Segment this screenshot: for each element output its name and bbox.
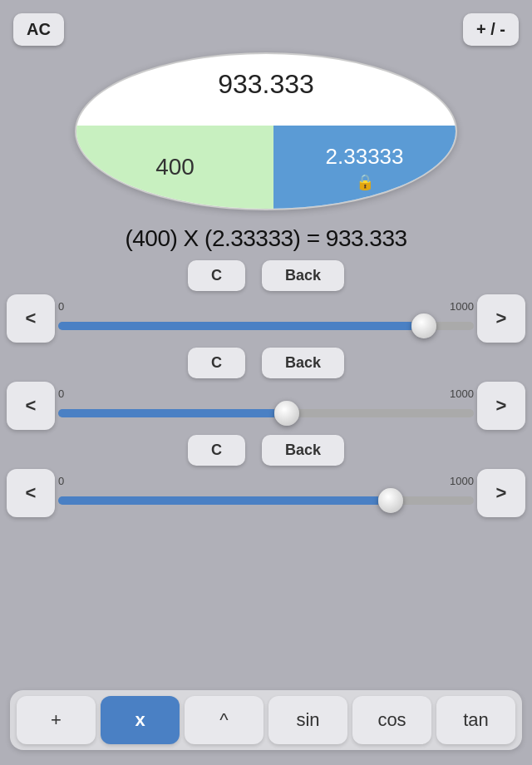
slider-2-row: < 0 1000 > <box>0 382 532 430</box>
right-value: 2.33333 <box>326 144 404 170</box>
ac-button[interactable]: AC <box>13 13 64 46</box>
oval: 933.333 400 2.33333 🔒 <box>75 52 457 210</box>
equation-display: (400) X (2.33333) = 933.333 <box>13 225 519 252</box>
slider-3-fill <box>58 496 378 505</box>
slider-2-left-arrow[interactable]: < <box>7 382 55 430</box>
slider-2-thumb[interactable] <box>274 401 299 426</box>
oval-display: 933.333 400 2.33333 🔒 <box>0 52 532 210</box>
slider-group-2: C Back < 0 1000 > <box>0 348 532 430</box>
slider-2-back-button[interactable]: Back <box>262 348 344 378</box>
slider-2-labels: 0 1000 <box>58 387 474 400</box>
op-button-sin[interactable]: sin <box>268 696 347 744</box>
op-button-x[interactable]: x <box>101 696 180 744</box>
slider-3-track-container: 0 1000 <box>58 469 474 517</box>
slider-1-wrapper[interactable] <box>58 314 474 338</box>
op-button-cos[interactable]: cos <box>352 696 431 744</box>
slider-1-back-button[interactable]: Back <box>262 260 344 291</box>
slider-3-buttons: C Back <box>0 435 532 466</box>
slider-1-min-label: 0 <box>58 300 64 313</box>
slider-2-track-container: 0 1000 <box>58 382 474 430</box>
slider-2-wrapper[interactable] <box>58 402 474 425</box>
slider-3-min-label: 0 <box>58 475 64 487</box>
slider-3-left-arrow[interactable]: < <box>7 469 55 517</box>
top-bar: AC + / - <box>0 0 532 46</box>
right-value-panel: 2.33333 🔒 <box>273 126 456 209</box>
slider-1-thumb[interactable] <box>411 313 436 338</box>
slider-3-wrapper[interactable] <box>58 489 474 512</box>
op-button-tan[interactable]: tan <box>436 696 515 744</box>
operator-bar: +x^sincostan <box>10 690 522 750</box>
slider-group-1: C Back < 0 1000 > <box>0 260 532 343</box>
slider-3-c-button[interactable]: C <box>188 435 245 466</box>
slider-1-c-button[interactable]: C <box>188 260 245 291</box>
slider-group-3: C Back < 0 1000 > <box>0 435 532 517</box>
slider-3-thumb[interactable] <box>378 488 403 513</box>
op-button-^[interactable]: ^ <box>185 696 264 744</box>
slider-1-right-arrow[interactable]: > <box>477 294 525 343</box>
slider-3-labels: 0 1000 <box>58 475 474 487</box>
slider-2-buttons: C Back <box>0 348 532 378</box>
slider-3-back-button[interactable]: Back <box>262 435 344 466</box>
slider-2-max-label: 1000 <box>450 387 474 400</box>
slider-3-row: < 0 1000 > <box>0 469 532 517</box>
slider-1-left-arrow[interactable]: < <box>7 294 55 343</box>
slider-3-max-label: 1000 <box>450 475 474 487</box>
plus-minus-button[interactable]: + / - <box>463 13 519 46</box>
slider-1-row: < 0 1000 > <box>0 294 532 343</box>
slider-2-c-button[interactable]: C <box>188 348 245 378</box>
left-value-panel: 400 <box>76 126 273 209</box>
slider-1-fill <box>58 322 411 330</box>
slider-2-fill <box>58 409 274 417</box>
lock-icon: 🔒 <box>356 173 374 191</box>
slider-2-right-arrow[interactable]: > <box>477 382 525 430</box>
slider-1-buttons: C Back <box>0 260 532 291</box>
oval-bottom: 400 2.33333 🔒 <box>76 126 456 209</box>
op-button-+[interactable]: + <box>17 696 96 744</box>
slider-2-min-label: 0 <box>58 387 64 400</box>
slider-1-max-label: 1000 <box>450 300 474 313</box>
slider-3-right-arrow[interactable]: > <box>477 469 525 517</box>
slider-groups: C Back < 0 1000 > C Back < <box>0 260 532 517</box>
left-value: 400 <box>155 154 195 180</box>
main-value: 933.333 <box>76 69 456 100</box>
slider-1-labels: 0 1000 <box>58 300 474 313</box>
slider-1-track-container: 0 1000 <box>58 294 474 343</box>
